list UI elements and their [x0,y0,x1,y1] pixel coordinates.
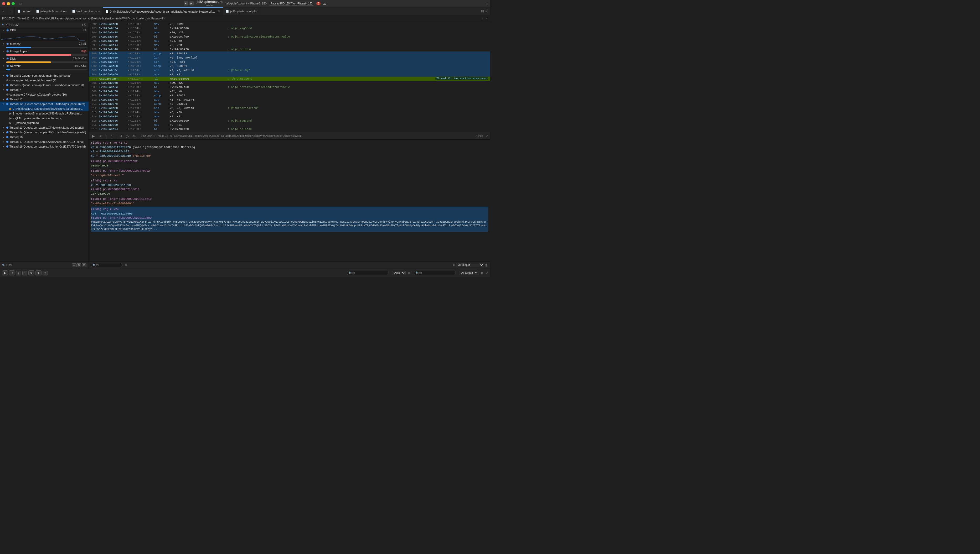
sidebar-filter-btn2[interactable]: ⊞ [77,263,81,267]
sidebar-filter-input[interactable] [6,264,71,266]
tab-hook-req[interactable]: 📄 hook_reqResp.xm [69,7,103,15]
sidebar-toggle-button[interactable]: □ [17,2,24,5]
thread-item-1sub[interactable]: com.apple.uikit.eventfetch-thread (2) [0,78,89,83]
debug-continue-btn[interactable]: ▶ [2,271,8,275]
step-over-btn[interactable]: ⇥ [97,134,103,138]
tab-close-ns[interactable]: ✕ [218,10,220,13]
tab-plist[interactable]: 📄 jailAppleAccount.plist [223,7,260,15]
asm-row-310[interactable]: 310 0x1925a9a78 <+1232>: add x1, x8, #0x… [89,98,490,102]
breadcrumb-back[interactable]: ‹ [481,17,484,20]
asm-row-294[interactable]: 294 0x1925a9a38 <+1168>: mov x29, x29 [89,30,490,35]
asm-row-298[interactable]: 298 0x1925a9a48 <+1184>: bl 0x197c06420 … [89,47,490,51]
sidebar-filter-btn3[interactable]: ⊟ [82,263,86,267]
thread-item-12[interactable]: ▾ Thread 12 Queue: com.apple.root....tia… [0,102,89,106]
pid-section-header[interactable]: ▾ PID 15547 ● ⚙ [0,22,89,28]
asm-row-309[interactable]: 309 0x1925a9a74 <+1228>: adrp x8, 36072 [89,94,490,98]
asm-row-303[interactable]: 303 0x1925a9a5c <+1204>: add x2, x2, #0x… [89,68,490,72]
asm-row-314[interactable]: 314 0x1925a9a88 <+1248>: mov x2, x21 [89,115,490,119]
memory-item[interactable]: ▾ ◉ Memory 23 MB [0,41,89,46]
cpu-item[interactable]: ▾ ◉ CPU 0% [0,28,89,33]
console-eye-btn[interactable]: 👁 [124,264,128,267]
asm-row-305[interactable]: 305 0x1925a9a64 <+1212>: bl 0x197c05000 … [89,76,490,81]
asm-row-302[interactable]: 302 0x1925a9a58 <+1200>: adrp x2, 353681 [89,64,490,68]
console-clear-btn[interactable]: 🗑 [485,264,488,267]
asm-row-300[interactable]: 300 0x1925a9a50 <+1192>: ldr x0, [x8, #0… [89,56,490,60]
thread-item-7sub[interactable]: com.apple.CFNetwork.CustomProtocols (10) [0,92,89,97]
asm-row-308[interactable]: 308 0x1925a9a70 <+1224>: mov x21, x0 [89,89,490,94]
energy-item[interactable]: ▾ ◉ Energy Impact High [0,49,89,54]
debug-step-over-btn[interactable]: ⇥ [9,271,15,275]
bottom-filter-input2[interactable] [414,271,456,275]
tab-ns-mutable[interactable]: 📄 0 -{NSMutableURLRequest(AppleAccount) … [103,7,223,15]
restart-btn[interactable]: ↺ [118,134,123,138]
close-button[interactable] [2,2,5,5]
asm-row-299[interactable]: 299 0x1925a9a4c <+1188>: adrp x8, 390173 [89,51,490,56]
asm-row-315[interactable]: 315 0x1925a9a8c <+1252>: bl 0x197c05000 … [89,119,490,123]
asm-row-311[interactable]: 311 0x1925a9a7c <+1236>: adrp x3, 353681 [89,102,490,106]
asm-row-313[interactable]: 313 0x1925a9a84 <+1244>: mov x0, x20 [89,110,490,115]
bottom-auto-select[interactable]: Auto Dark Light [392,271,405,275]
console-expand-btn[interactable]: ⤢ [485,134,488,138]
breadcrumb-forward[interactable]: › [485,17,488,20]
debug-restart-btn[interactable]: ↺ [29,271,34,275]
tab-jailAppleAccount[interactable]: 📄 jailAppleAccount.xm [34,7,69,15]
asm-row-306[interactable]: 306 0x1925a9a68 <+1216>: mov x29, x29 [89,81,490,85]
asm-row-296[interactable]: 296 0x1925a9a40 <+1176>: mov x24, x0 [89,39,490,43]
bottom-trash-btn[interactable]: 🗑 [480,272,484,275]
disk-section[interactable]: ▾ ◉ Disk 224.9 MB/s [0,56,89,61]
console-filter-input[interactable] [91,263,123,267]
step-out-btn[interactable]: ↑ [110,134,114,138]
asm-row-297[interactable]: 297 0x1925a9a44 <+1180>: mov x0, x23 [89,43,490,47]
asm-row-317[interactable]: 317 0x1925a9a94 <+1260>: bl 0x197c06420 … [89,127,490,131]
thread-item-16[interactable]: ▸ Thread 16 [0,135,89,139]
t12-frame-0[interactable]: ▶ 0 -{NSMutableURLRequest(AppleAccount) … [0,106,89,111]
asm-row-295[interactable]: 295 0x1925a9a3c <+1172>: bl 0x197c07f60 … [89,35,490,39]
asm-row-304[interactable]: 304 0x1925a9a60 <+1208>: mov x1, x21 [89,72,490,76]
console-filter-plus[interactable]: ⊕ [452,263,455,267]
console-mode-select[interactable]: All Output Debugger Output Target Output [456,263,484,267]
step-into-btn[interactable]: ↓ [104,134,108,138]
continue-btn[interactable]: ▷ [125,134,130,138]
bottom-expand-btn[interactable]: ⤢ [485,271,488,275]
tab-nav-left[interactable]: ‹ [0,7,7,15]
t12-frame-2[interactable]: ▶ 2 -{AALoginAccountRequest urlRequest] [0,116,89,121]
thread-item-18[interactable]: ▸ Thread 18 Queue: com.apple.uikit...ler… [0,144,89,149]
thread-item-13[interactable]: ▸ Thread 13 Queue: com.apple.CFNetwork.L… [0,125,89,130]
thread-item-1[interactable]: ▾ Thread 1 Queue: com.apple.main-thread … [0,73,89,78]
thread-item-11[interactable]: ▸ Thread 11 [0,97,89,102]
asm-row-316[interactable]: 316 0x1925a9a90 <+1256>: mov x0, x21 [89,123,490,127]
sidebar-filter-btn1[interactable]: ≡ [72,263,76,267]
thread-item-14[interactable]: ▸ Thread 14 Queue: com.apple.UIKit...far… [0,130,89,135]
play-button[interactable]: ▶ [190,1,194,5]
t12-frame-1[interactable]: ▶ $_logos_method$_ungrouped$NSMutableURL… [0,111,89,116]
bottom-output-select[interactable]: All Output [459,271,479,275]
debug-breakpoint-btn[interactable]: ⊕ [35,271,41,275]
t12-frame-3[interactable]: ▶ 8 _pthread_wqthread [0,121,89,125]
thread-item-5[interactable]: ▾ Thread 5 Queue: com.apple.root....roun… [0,83,89,88]
debug-expr-btn[interactable]: ≡ [43,271,48,275]
minimize-button[interactable] [7,2,10,5]
stop-button[interactable]: ■ [184,1,188,5]
split-view-button[interactable]: ⊟ [481,9,484,13]
bottom-eye-btn[interactable]: 👁 [408,272,411,275]
bottom-filter-input[interactable] [347,271,389,275]
asm-row-301[interactable]: 301 0x1925a9a54 <+1196>: str x24, [sp] [89,60,490,64]
expand-button[interactable]: ⤢ [485,9,488,13]
debug-step-into-btn[interactable]: ↓ [16,271,21,275]
tab-nav-right[interactable]: › [7,7,15,15]
tab-icon-jail: 📄 [36,10,39,13]
add-tab-button[interactable]: + [486,2,488,6]
maximize-button[interactable] [11,2,15,5]
asm-row-292[interactable]: 292 0x1925a9a30 <+1160>: mov x2, #0x0 [89,22,490,26]
asm-row-307[interactable]: 307 0x1925a9a6c <+1220>: bl 0x197c07f60 … [89,85,490,89]
tab-control[interactable]: 📄 control [15,7,34,15]
asm-row-312[interactable]: 312 0x1925a9a80 <+1240>: add x3, x3, #0x… [89,106,490,110]
thread-item-7[interactable]: ▾ Thread 7 [0,88,89,92]
asm-row-293[interactable]: 293 0x1925a9a34 <+1164>: bl 0x197c05000 … [89,26,490,30]
thread-item-17[interactable]: ▸ Thread 17 Queue: com.apple.AppleAccoun… [0,139,89,144]
breakpoint-btn[interactable]: ⊕ [132,134,137,138]
play-pause-btn[interactable]: ▶ [91,134,96,138]
console-content[interactable]: (lldb) reg r x0 x1 x2 x0 = 0x00000001f08… [89,140,490,261]
debug-step-out-btn[interactable]: ↑ [22,271,27,275]
network-item[interactable]: ▾ ◉ Network Zero KB/s [0,64,89,68]
